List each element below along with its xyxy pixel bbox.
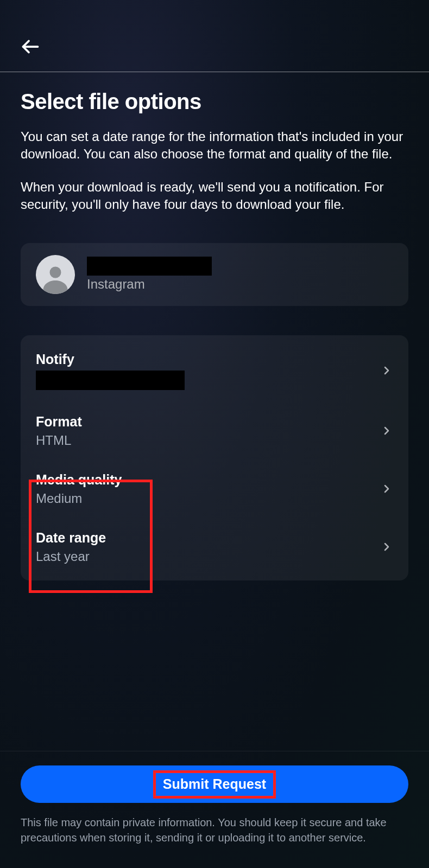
page-title: Select file options — [21, 90, 408, 114]
disclaimer-text: This file may contain private informatio… — [21, 815, 408, 845]
option-media-quality[interactable]: Media quality Medium — [21, 460, 408, 518]
account-text: Instagram — [87, 257, 212, 292]
footer: Submit Request This file may contain pri… — [0, 751, 429, 868]
description-1: You can set a date range for the informa… — [21, 128, 408, 163]
submit-request-button[interactable]: Submit Request — [21, 765, 408, 803]
date-range-label: Date range — [36, 530, 106, 546]
account-platform: Instagram — [87, 277, 212, 292]
format-value: HTML — [36, 433, 82, 448]
media-quality-value: Medium — [36, 491, 122, 506]
notify-label: Notify — [36, 352, 185, 367]
option-notify[interactable]: Notify — [21, 340, 408, 402]
chevron-right-icon — [380, 424, 393, 437]
media-quality-label: Media quality — [36, 472, 122, 488]
account-card: Instagram — [21, 243, 408, 306]
chevron-right-icon — [380, 482, 393, 495]
notify-value-redacted — [36, 371, 185, 390]
back-arrow-icon[interactable] — [21, 37, 40, 56]
date-range-value: Last year — [36, 549, 106, 564]
header-bar — [0, 0, 429, 72]
options-card: Notify Format HTML Media quality Medium — [21, 335, 408, 580]
content-area: Select file options You can set a date r… — [0, 72, 429, 580]
svg-point-1 — [50, 266, 61, 278]
option-format[interactable]: Format HTML — [21, 402, 408, 460]
account-name-redacted — [87, 257, 212, 276]
avatar — [36, 255, 75, 294]
submit-label: Submit Request — [163, 776, 266, 792]
description-2: When your download is ready, we'll send … — [21, 178, 408, 214]
option-date-range[interactable]: Date range Last year — [21, 518, 408, 576]
format-label: Format — [36, 414, 82, 430]
chevron-right-icon — [380, 540, 393, 553]
chevron-right-icon — [380, 364, 393, 377]
